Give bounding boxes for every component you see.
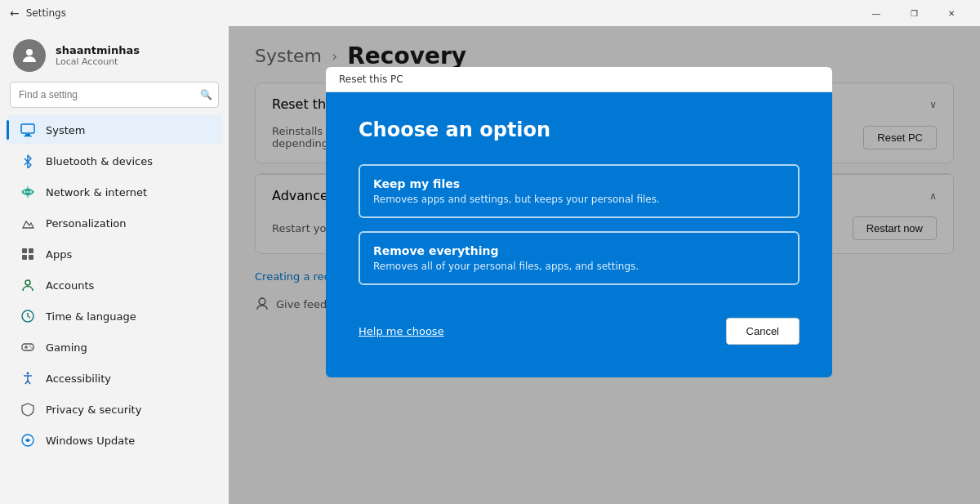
- window-title: Settings: [26, 7, 66, 19]
- sidebar-item-network-label: Network & internet: [46, 186, 147, 198]
- dialog-titlebar: Reset this PC: [326, 67, 832, 92]
- svg-point-21: [27, 372, 29, 375]
- svg-line-25: [28, 381, 30, 384]
- avatar-inner: [13, 39, 46, 72]
- avatar: [13, 39, 46, 72]
- search-box: 🔍: [10, 82, 219, 108]
- sidebar-item-privacy[interactable]: Privacy & security: [7, 395, 222, 424]
- sidebar-item-bluetooth[interactable]: Bluetooth & devices: [7, 146, 222, 176]
- remove-everything-option[interactable]: Remove everything Removes all of your pe…: [359, 231, 800, 285]
- sidebar-item-windowsupdate[interactable]: Windows Update: [7, 426, 222, 455]
- maximize-button[interactable]: ❐: [895, 0, 933, 26]
- sidebar-item-accessibility-label: Accessibility: [46, 372, 111, 385]
- sidebar-item-time[interactable]: Time & language: [7, 301, 222, 331]
- svg-rect-8: [22, 248, 27, 253]
- user-role: Local Account: [56, 56, 140, 67]
- sidebar-item-apps-label: Apps: [46, 248, 72, 261]
- bluetooth-icon: [20, 153, 36, 169]
- svg-line-15: [28, 316, 30, 318]
- svg-point-12: [25, 280, 30, 285]
- title-bar-left: ← Settings: [10, 7, 66, 20]
- svg-rect-9: [29, 248, 33, 253]
- dialog-footer: Help me choose Cancel: [359, 318, 800, 345]
- keep-files-option[interactable]: Keep my files Removes apps and settings,…: [359, 164, 800, 218]
- network-icon: [20, 184, 36, 200]
- accessibility-icon: [20, 370, 36, 386]
- svg-point-20: [31, 347, 33, 349]
- sidebar-item-privacy-label: Privacy & security: [46, 404, 141, 416]
- help-me-choose-link[interactable]: Help me choose: [359, 325, 444, 337]
- dialog-heading: Choose an option: [359, 118, 800, 141]
- personalization-icon: [20, 215, 36, 231]
- title-bar-controls: — ❐ ✕: [858, 0, 970, 26]
- windowsupdate-icon: [20, 432, 36, 448]
- sidebar: shaantminhas Local Account 🔍 System Blue…: [0, 26, 229, 504]
- sidebar-item-bluetooth-label: Bluetooth & devices: [46, 155, 153, 167]
- keep-files-description: Removes apps and settings, but keeps you…: [373, 194, 785, 205]
- close-button[interactable]: ✕: [933, 0, 970, 26]
- sidebar-item-gaming-label: Gaming: [46, 341, 87, 354]
- svg-rect-1: [21, 124, 34, 133]
- dialog-wrapper: Reset this PC Choose an option Keep my f…: [326, 67, 832, 377]
- user-profile: shaantminhas Local Account: [0, 26, 229, 82]
- svg-point-0: [26, 49, 33, 56]
- sidebar-item-system-label: System: [46, 124, 85, 136]
- svg-rect-3: [24, 136, 32, 136]
- svg-point-19: [29, 346, 31, 347]
- remove-everything-description: Removes all of your personal files, apps…: [373, 261, 785, 272]
- sidebar-item-gaming[interactable]: Gaming: [7, 332, 222, 362]
- apps-icon: [20, 246, 36, 262]
- svg-rect-10: [22, 255, 27, 260]
- sidebar-item-accessibility[interactable]: Accessibility: [7, 364, 222, 393]
- sidebar-item-personalization-label: Personalization: [46, 217, 127, 230]
- sidebar-item-network[interactable]: Network & internet: [7, 177, 222, 207]
- sidebar-item-time-label: Time & language: [46, 310, 136, 323]
- svg-rect-11: [29, 255, 33, 260]
- sidebar-item-accounts-label: Accounts: [46, 279, 94, 292]
- search-input[interactable]: [10, 82, 219, 108]
- gaming-icon: [20, 339, 36, 355]
- minimize-button[interactable]: —: [858, 0, 895, 26]
- system-icon: [20, 122, 36, 138]
- dialog-body: Choose an option Keep my files Removes a…: [326, 92, 832, 377]
- user-name: shaantminhas: [56, 44, 140, 56]
- search-icon: 🔍: [200, 89, 212, 100]
- time-icon: [20, 308, 36, 324]
- cancel-button[interactable]: Cancel: [726, 318, 800, 345]
- sidebar-item-apps[interactable]: Apps: [7, 239, 222, 269]
- back-icon[interactable]: ←: [10, 7, 20, 20]
- sidebar-item-windowsupdate-label: Windows Update: [46, 435, 135, 447]
- title-bar: ← Settings — ❐ ✕: [0, 0, 980, 26]
- user-info: shaantminhas Local Account: [56, 44, 140, 67]
- remove-everything-title: Remove everything: [373, 244, 785, 257]
- svg-rect-2: [25, 134, 30, 136]
- sidebar-item-accounts[interactable]: Accounts: [7, 270, 222, 300]
- main-content: System › Recovery Reset this PC ∨ Reinst…: [229, 26, 980, 504]
- accounts-icon: [20, 277, 36, 293]
- sidebar-item-personalization[interactable]: Personalization: [7, 208, 222, 238]
- app-body: shaantminhas Local Account 🔍 System Blue…: [0, 26, 980, 504]
- keep-files-title: Keep my files: [373, 177, 785, 190]
- privacy-icon: [20, 401, 36, 417]
- sidebar-item-system[interactable]: System: [7, 115, 222, 145]
- svg-line-24: [25, 381, 28, 384]
